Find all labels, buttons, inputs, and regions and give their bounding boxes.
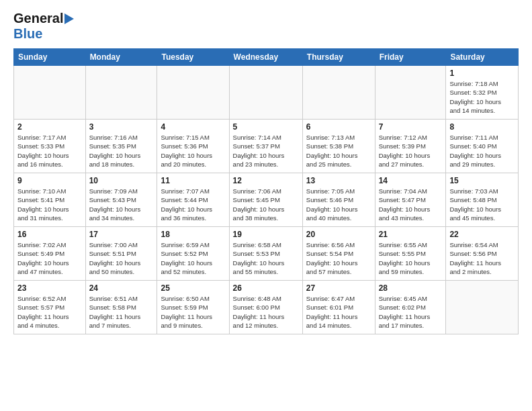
day-number: 26	[233, 283, 299, 293]
calendar-cell: 12Sunrise: 7:06 AMSunset: 5:45 PMDayligh…	[229, 173, 302, 227]
calendar-cell: 19Sunrise: 6:58 AMSunset: 5:53 PMDayligh…	[229, 227, 302, 281]
calendar-cell: 27Sunrise: 6:47 AMSunset: 6:01 PMDayligh…	[302, 281, 375, 334]
day-info: Sunrise: 7:10 AMSunset: 5:41 PMDaylight:…	[17, 187, 82, 222]
calendar-cell: 2Sunrise: 7:17 AMSunset: 5:33 PMDaylight…	[14, 120, 86, 173]
day-info: Sunrise: 6:59 AMSunset: 5:52 PMDaylight:…	[161, 240, 225, 276]
calendar-cell: 6Sunrise: 7:13 AMSunset: 5:38 PMDaylight…	[302, 120, 375, 173]
day-info: Sunrise: 7:11 AMSunset: 5:40 PMDaylight:…	[449, 133, 515, 169]
calendar-cell: 21Sunrise: 6:55 AMSunset: 5:55 PMDayligh…	[375, 227, 446, 281]
calendar-cell: 14Sunrise: 7:04 AMSunset: 5:47 PMDayligh…	[375, 173, 446, 227]
calendar-cell: 28Sunrise: 6:45 AMSunset: 6:02 PMDayligh…	[375, 281, 446, 334]
day-info: Sunrise: 7:14 AMSunset: 5:37 PMDaylight:…	[233, 133, 299, 169]
day-number: 13	[306, 176, 371, 185]
day-number: 14	[379, 176, 443, 185]
day-number: 19	[233, 230, 299, 239]
weekday-header-friday: Friday	[375, 49, 446, 66]
day-number: 21	[379, 230, 443, 239]
page: General Blue SundayMondayTuesdayWednesda…	[0, 0, 532, 345]
calendar-cell: 3Sunrise: 7:16 AMSunset: 5:35 PMDaylight…	[85, 120, 157, 173]
week-row-1: 1Sunrise: 7:18 AMSunset: 5:32 PMDaylight…	[14, 66, 519, 120]
calendar-cell: 11Sunrise: 7:07 AMSunset: 5:44 PMDayligh…	[157, 173, 229, 227]
weekday-header-thursday: Thursday	[302, 49, 375, 66]
calendar-cell	[446, 281, 519, 334]
day-info: Sunrise: 6:48 AMSunset: 6:00 PMDaylight:…	[233, 294, 299, 330]
day-info: Sunrise: 7:17 AMSunset: 5:33 PMDaylight:…	[17, 133, 82, 169]
day-info: Sunrise: 7:05 AMSunset: 5:46 PMDaylight:…	[306, 187, 371, 222]
calendar-cell: 4Sunrise: 7:15 AMSunset: 5:36 PMDaylight…	[157, 120, 229, 173]
calendar-cell: 16Sunrise: 7:02 AMSunset: 5:49 PMDayligh…	[14, 227, 86, 281]
day-number: 7	[379, 122, 443, 132]
day-info: Sunrise: 6:58 AMSunset: 5:53 PMDaylight:…	[233, 240, 299, 276]
logo-text-general: General	[13, 11, 63, 26]
calendar-table: SundayMondayTuesdayWednesdayThursdayFrid…	[13, 48, 519, 334]
day-info: Sunrise: 7:16 AMSunset: 5:35 PMDaylight:…	[89, 133, 154, 169]
calendar-cell: 10Sunrise: 7:09 AMSunset: 5:43 PMDayligh…	[85, 173, 157, 227]
day-info: Sunrise: 6:56 AMSunset: 5:54 PMDaylight:…	[306, 240, 371, 276]
day-number: 9	[17, 176, 82, 185]
calendar-cell: 24Sunrise: 6:51 AMSunset: 5:58 PMDayligh…	[85, 281, 157, 334]
day-info: Sunrise: 6:47 AMSunset: 6:01 PMDaylight:…	[306, 294, 371, 330]
calendar-cell: 7Sunrise: 7:12 AMSunset: 5:39 PMDaylight…	[375, 120, 446, 173]
calendar-cell	[157, 66, 229, 120]
day-number: 23	[17, 283, 82, 293]
calendar-cell	[375, 66, 446, 120]
calendar-cell: 5Sunrise: 7:14 AMSunset: 5:37 PMDaylight…	[229, 120, 302, 173]
calendar-cell: 1Sunrise: 7:18 AMSunset: 5:32 PMDaylight…	[446, 66, 519, 120]
day-number: 11	[161, 176, 225, 185]
day-info: Sunrise: 7:18 AMSunset: 5:32 PMDaylight:…	[449, 79, 515, 115]
day-info: Sunrise: 6:51 AMSunset: 5:58 PMDaylight:…	[89, 294, 154, 330]
day-info: Sunrise: 7:13 AMSunset: 5:38 PMDaylight:…	[306, 133, 371, 169]
day-number: 2	[17, 122, 82, 132]
weekday-header-saturday: Saturday	[446, 49, 519, 66]
day-number: 8	[449, 122, 515, 132]
calendar-cell: 18Sunrise: 6:59 AMSunset: 5:52 PMDayligh…	[157, 227, 229, 281]
week-row-4: 16Sunrise: 7:02 AMSunset: 5:49 PMDayligh…	[14, 227, 519, 281]
day-info: Sunrise: 7:00 AMSunset: 5:51 PMDaylight:…	[89, 240, 154, 276]
day-info: Sunrise: 7:12 AMSunset: 5:39 PMDaylight:…	[379, 133, 443, 169]
calendar-cell: 15Sunrise: 7:03 AMSunset: 5:48 PMDayligh…	[446, 173, 519, 227]
calendar-cell: 26Sunrise: 6:48 AMSunset: 6:00 PMDayligh…	[229, 281, 302, 334]
day-number: 27	[306, 283, 371, 293]
calendar-cell: 20Sunrise: 6:56 AMSunset: 5:54 PMDayligh…	[302, 227, 375, 281]
weekday-header-wednesday: Wednesday	[229, 49, 302, 66]
header: General Blue	[13, 11, 519, 42]
logo: General Blue	[13, 11, 74, 42]
day-number: 28	[379, 283, 443, 293]
weekday-header-tuesday: Tuesday	[157, 49, 229, 66]
calendar-cell: 8Sunrise: 7:11 AMSunset: 5:40 PMDaylight…	[446, 120, 519, 173]
day-number: 10	[89, 176, 154, 185]
day-number: 25	[161, 283, 225, 293]
calendar-cell: 13Sunrise: 7:05 AMSunset: 5:46 PMDayligh…	[302, 173, 375, 227]
day-number: 5	[233, 122, 299, 132]
day-number: 3	[89, 122, 154, 132]
day-info: Sunrise: 7:09 AMSunset: 5:43 PMDaylight:…	[89, 187, 154, 222]
day-number: 18	[161, 230, 225, 239]
calendar-cell: 17Sunrise: 7:00 AMSunset: 5:51 PMDayligh…	[85, 227, 157, 281]
logo-arrow-icon	[64, 13, 74, 24]
day-number: 12	[233, 176, 299, 185]
logo-text-blue: Blue	[13, 26, 42, 41]
day-info: Sunrise: 6:45 AMSunset: 6:02 PMDaylight:…	[379, 294, 443, 330]
calendar-cell: 22Sunrise: 6:54 AMSunset: 5:56 PMDayligh…	[446, 227, 519, 281]
weekday-header-sunday: Sunday	[14, 49, 86, 66]
week-row-2: 2Sunrise: 7:17 AMSunset: 5:33 PMDaylight…	[14, 120, 519, 173]
calendar-cell	[229, 66, 302, 120]
day-info: Sunrise: 7:02 AMSunset: 5:49 PMDaylight:…	[17, 240, 82, 276]
calendar-cell	[85, 66, 157, 120]
day-number: 4	[161, 122, 225, 132]
calendar-cell: 23Sunrise: 6:52 AMSunset: 5:57 PMDayligh…	[14, 281, 86, 334]
calendar-cell: 25Sunrise: 6:50 AMSunset: 5:59 PMDayligh…	[157, 281, 229, 334]
day-number: 24	[89, 283, 154, 293]
day-info: Sunrise: 7:15 AMSunset: 5:36 PMDaylight:…	[161, 133, 225, 169]
day-info: Sunrise: 6:52 AMSunset: 5:57 PMDaylight:…	[17, 294, 82, 330]
day-number: 16	[17, 230, 82, 239]
calendar-cell	[14, 66, 86, 120]
day-number: 20	[306, 230, 371, 239]
weekday-header-row: SundayMondayTuesdayWednesdayThursdayFrid…	[14, 49, 519, 66]
weekday-header-monday: Monday	[85, 49, 157, 66]
day-number: 15	[449, 176, 515, 185]
day-number: 1	[449, 68, 515, 78]
day-info: Sunrise: 7:03 AMSunset: 5:48 PMDaylight:…	[449, 187, 515, 222]
day-number: 22	[449, 230, 515, 239]
week-row-5: 23Sunrise: 6:52 AMSunset: 5:57 PMDayligh…	[14, 281, 519, 334]
